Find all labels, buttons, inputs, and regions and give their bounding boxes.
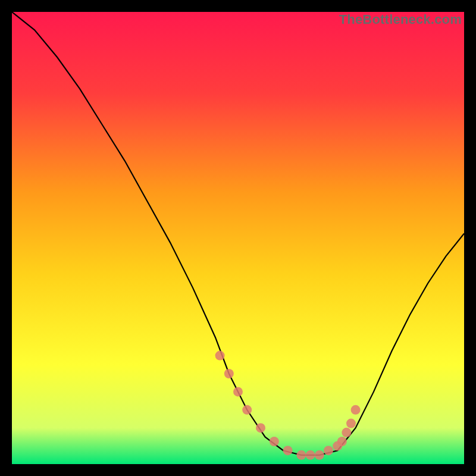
marker-point — [346, 419, 356, 428]
marker-point — [315, 450, 324, 460]
chart-frame: TheBottleneck.com — [12, 12, 464, 464]
marker-point — [215, 351, 225, 361]
marker-point — [342, 428, 351, 437]
marker-point — [296, 450, 306, 460]
marker-point — [233, 387, 243, 396]
chart-svg — [12, 12, 464, 464]
marker-point — [306, 450, 315, 460]
marker-point — [224, 369, 234, 378]
marker-point — [270, 437, 279, 446]
watermark-text: TheBottleneck.com — [339, 12, 462, 27]
marker-point — [337, 437, 347, 446]
marker-point — [351, 405, 361, 415]
marker-point — [283, 446, 293, 455]
marker-point — [256, 423, 265, 433]
marker-point — [242, 405, 252, 415]
marker-point — [324, 446, 333, 455]
